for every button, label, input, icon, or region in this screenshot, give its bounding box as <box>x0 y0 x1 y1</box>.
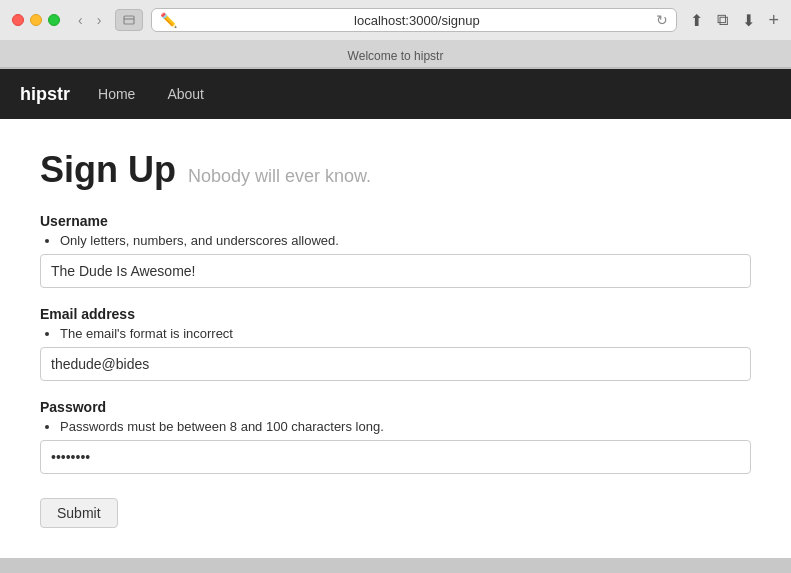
svg-rect-0 <box>124 16 134 24</box>
forward-button[interactable]: › <box>91 10 108 30</box>
traffic-lights <box>12 14 60 26</box>
password-label: Password <box>40 399 751 415</box>
refresh-button[interactable]: ↻ <box>656 12 668 28</box>
lock-icon: ✏️ <box>160 12 177 28</box>
page-title: Sign Up <box>40 149 176 191</box>
email-errors: The email's format is incorrect <box>60 326 751 341</box>
username-input[interactable] <box>40 254 751 288</box>
address-bar[interactable]: ✏️ localhost:3000/signup ↻ <box>151 8 677 32</box>
duplicate-button[interactable]: ⧉ <box>712 9 733 31</box>
username-errors: Only letters, numbers, and underscores a… <box>60 233 751 248</box>
tab-label: Welcome to hipstr <box>348 49 444 63</box>
minimize-button[interactable] <box>30 14 42 26</box>
maximize-button[interactable] <box>48 14 60 26</box>
email-input[interactable] <box>40 347 751 381</box>
close-button[interactable] <box>12 14 24 26</box>
tab-strip: Welcome to hipstr <box>0 40 791 68</box>
signup-form: Username Only letters, numbers, and unde… <box>40 213 751 528</box>
browser-viewport: hipstr Home About Sign Up Nobody will ev… <box>0 69 791 558</box>
new-tab-button[interactable]: + <box>768 10 779 31</box>
password-errors: Passwords must be between 8 and 100 char… <box>60 419 751 434</box>
tab-icon <box>115 9 143 31</box>
page-heading: Sign Up Nobody will ever know. <box>40 149 751 191</box>
main-content: Sign Up Nobody will ever know. Username … <box>0 119 791 558</box>
username-label: Username <box>40 213 751 229</box>
titlebar: ‹ › ✏️ localhost:3000/signup ↻ ⬆ ⧉ ⬇ + <box>0 0 791 40</box>
app-nav: hipstr Home About <box>0 69 791 119</box>
browser-chrome: ‹ › ✏️ localhost:3000/signup ↻ ⬆ ⧉ ⬇ + W… <box>0 0 791 69</box>
nav-buttons: ‹ › <box>72 10 107 30</box>
email-label: Email address <box>40 306 751 322</box>
password-error-0: Passwords must be between 8 and 100 char… <box>60 419 751 434</box>
submit-button[interactable]: Submit <box>40 498 118 528</box>
email-section: Email address The email's format is inco… <box>40 306 751 381</box>
username-error-0: Only letters, numbers, and underscores a… <box>60 233 751 248</box>
nav-link-home[interactable]: Home <box>94 86 139 102</box>
back-button[interactable]: ‹ <box>72 10 89 30</box>
password-input[interactable] <box>40 440 751 474</box>
email-error-0: The email's format is incorrect <box>60 326 751 341</box>
browser-actions: ⬆ ⧉ ⬇ <box>685 9 760 32</box>
address-text: localhost:3000/signup <box>183 13 650 28</box>
share-button[interactable]: ⬆ <box>685 9 708 32</box>
nav-link-about[interactable]: About <box>163 86 208 102</box>
nav-brand[interactable]: hipstr <box>20 84 70 105</box>
password-section: Password Passwords must be between 8 and… <box>40 399 751 474</box>
download-button[interactable]: ⬇ <box>737 9 760 32</box>
username-section: Username Only letters, numbers, and unde… <box>40 213 751 288</box>
page-subtitle: Nobody will ever know. <box>188 166 371 187</box>
